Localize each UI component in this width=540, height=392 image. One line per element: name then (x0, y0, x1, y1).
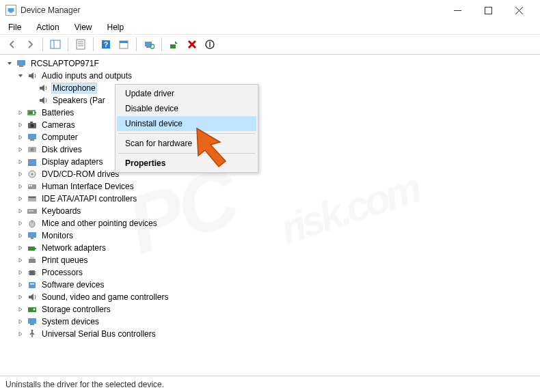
tree-item[interactable]: Computer (0, 131, 540, 143)
menu-view[interactable]: View (72, 21, 95, 33)
chevron-right-icon[interactable] (15, 242, 26, 253)
device-category-icon (26, 181, 38, 192)
tree-node-label: Sound, video and game controllers (40, 292, 170, 303)
back-button[interactable] (4, 36, 21, 53)
tree-item[interactable]: Keyboards (0, 205, 540, 217)
tree-item[interactable]: Batteries (0, 107, 540, 119)
uninstall-device-button[interactable] (184, 36, 200, 53)
chevron-right-icon[interactable] (15, 193, 26, 204)
chevron-right-icon[interactable] (15, 206, 26, 216)
tree-item[interactable]: Mice and other pointing devices (0, 217, 540, 229)
toolbar-divider (68, 38, 68, 51)
context-menu-separator (118, 133, 255, 134)
tree-item[interactable]: IDE ATA/ATAPI controllers (0, 193, 540, 205)
svg-rect-29 (28, 134, 36, 139)
maximize-button[interactable] (473, 0, 504, 20)
chevron-right-icon[interactable] (15, 304, 26, 315)
tree-item[interactable]: Universal Serial Bus controllers (0, 328, 540, 340)
device-tree: RCSLAPTOP971F Audio inputs and outputs M… (0, 55, 540, 376)
context-menu-scan-hardware[interactable]: Scan for hardware (117, 136, 256, 151)
tree-item[interactable]: System devices (0, 316, 540, 328)
svg-rect-22 (19, 66, 23, 67)
tree-item[interactable]: Disk drives (0, 143, 540, 156)
tree-item-microphone[interactable]: Microphone (0, 82, 540, 94)
tree-node-label: Cameras (40, 120, 77, 130)
chevron-right-icon[interactable] (15, 255, 26, 266)
tree-item[interactable]: Print queues (0, 254, 540, 266)
properties-button[interactable] (72, 36, 89, 53)
context-menu-disable-device[interactable]: Disable device (117, 101, 256, 116)
tree-item[interactable]: Sound, video and game controllers (0, 291, 540, 303)
chevron-right-icon[interactable] (15, 267, 26, 278)
device-category-icon (26, 144, 38, 155)
svg-rect-6 (51, 40, 60, 48)
device-category-icon (26, 193, 38, 204)
minimize-button[interactable] (442, 0, 473, 20)
forward-button[interactable] (22, 36, 38, 53)
chevron-right-icon[interactable] (15, 132, 26, 143)
disable-device-button[interactable] (202, 36, 218, 53)
svg-rect-19 (170, 44, 176, 48)
tree-item-audio[interactable]: Audio inputs and outputs (0, 70, 540, 82)
tree-item[interactable]: Storage controllers (0, 303, 540, 316)
chevron-down-icon[interactable] (15, 70, 26, 81)
device-category-icon (26, 206, 38, 216)
menu-action[interactable]: Action (33, 21, 62, 33)
chevron-right-icon[interactable] (15, 279, 26, 290)
calendar-button[interactable] (116, 36, 132, 53)
toolbar-divider (42, 38, 43, 51)
chevron-right-icon[interactable] (15, 120, 26, 130)
tree-item[interactable]: Cameras (0, 119, 540, 131)
update-driver-button[interactable] (166, 36, 183, 53)
tree-node-label: Print queues (40, 255, 89, 266)
tree-item[interactable]: DVD/CD-ROM drives (0, 168, 540, 180)
chevron-right-icon[interactable] (15, 328, 26, 339)
help-button[interactable]: ? (98, 36, 114, 53)
device-category-icon (26, 279, 38, 290)
chevron-right-icon[interactable] (15, 316, 26, 327)
chevron-right-icon[interactable] (15, 107, 26, 118)
close-button[interactable] (504, 0, 535, 20)
chevron-right-icon[interactable] (15, 156, 26, 167)
context-menu-uninstall-device[interactable]: Uninstall device (117, 116, 256, 131)
tree-node-label: Keyboards (40, 206, 82, 216)
tree-node-label: Human Interface Devices (40, 181, 135, 192)
chevron-right-icon[interactable] (15, 181, 26, 192)
svg-rect-24 (35, 112, 36, 113)
device-category-icon (26, 120, 38, 130)
tree-root[interactable]: RCSLAPTOP971F (0, 57, 540, 70)
tree-item-speakers[interactable]: Speakers (Par (0, 94, 540, 107)
tree-item[interactable]: Software devices (0, 279, 540, 291)
tree-item[interactable]: Processors (0, 266, 540, 279)
svg-point-32 (31, 148, 34, 152)
context-menu: Update driver Disable device Uninstall d… (115, 84, 258, 173)
tree-item[interactable]: Network adapters (0, 242, 540, 254)
status-text: Uninstalls the driver for the selected d… (5, 380, 164, 389)
device-category-icon (26, 304, 38, 315)
chevron-right-icon[interactable] (15, 218, 26, 229)
scan-hardware-button[interactable] (141, 36, 157, 53)
device-manager-icon (5, 5, 16, 16)
chevron-right-icon[interactable] (15, 292, 26, 303)
tree-item[interactable]: Human Interface Devices (0, 180, 540, 193)
svg-rect-52 (29, 259, 36, 263)
show-hide-tree-button[interactable] (47, 36, 64, 53)
tree-node-label: Display adapters (40, 156, 104, 167)
context-menu-properties[interactable]: Properties (117, 156, 256, 171)
chevron-right-icon[interactable] (15, 144, 26, 155)
tree-node-label: Computer (40, 132, 79, 143)
device-category-icon (26, 267, 38, 278)
device-category-icon (26, 230, 38, 241)
context-menu-update-driver[interactable]: Update driver (117, 86, 256, 101)
chevron-right-icon[interactable] (15, 169, 26, 180)
speaker-icon (37, 83, 49, 94)
tree-item[interactable]: Monitors (0, 229, 540, 242)
menu-help[interactable]: Help (105, 21, 127, 33)
tree-node-label: Microphone (51, 83, 97, 94)
computer-icon (15, 58, 27, 69)
chevron-down-icon[interactable] (4, 58, 15, 69)
chevron-right-icon[interactable] (15, 230, 26, 241)
tree-item[interactable]: Display adapters (0, 156, 540, 168)
menu-file[interactable]: File (5, 21, 24, 33)
tree-node-label: Batteries (40, 107, 75, 118)
